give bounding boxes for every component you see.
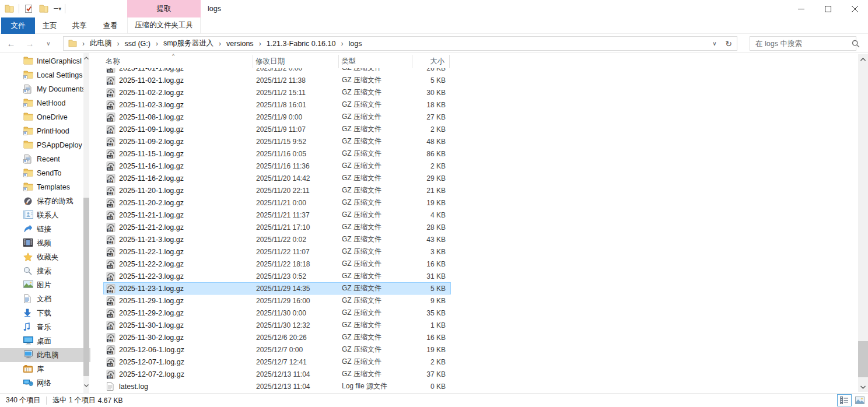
- file-row[interactable]: GZ2025-11-20-1.log.gz2025/11/20 22:11GZ …: [103, 184, 451, 197]
- tab-view[interactable]: 查看: [94, 17, 126, 34]
- sidebar-item[interactable]: 下载: [0, 306, 90, 320]
- file-row[interactable]: GZ2025-11-21-3.log.gz2025/11/22 0:02GZ 压…: [103, 233, 451, 245]
- address-dropdown-icon[interactable]: ∨: [709, 37, 720, 50]
- minimize-button[interactable]: [788, 0, 814, 17]
- sidebar-item[interactable]: OneDrive: [0, 110, 90, 124]
- file-date-modified: 2025/11/21 0:00: [254, 199, 340, 207]
- sidebar-scroll-thumb[interactable]: [83, 198, 89, 376]
- file-row[interactable]: GZ2025-11-16-2.log.gz2025/11/20 14:42GZ …: [103, 172, 451, 184]
- refresh-icon[interactable]: ↻: [723, 37, 734, 50]
- sidebar-item[interactable]: 文档: [0, 292, 90, 306]
- list-scrollbar[interactable]: [858, 54, 868, 392]
- folder-icon[interactable]: [4, 2, 15, 15]
- sidebar-item[interactable]: Templates: [0, 180, 90, 194]
- sidebar-item[interactable]: 保存的游戏: [0, 194, 90, 208]
- file-row[interactable]: GZ2025-12-07-2.log.gz2025/12/13 11:04GZ …: [103, 368, 451, 380]
- file-row[interactable]: GZ2025-11-21-2.log.gz2025/11/21 17:10GZ …: [103, 221, 451, 233]
- tab-extract[interactable]: 提取: [127, 0, 201, 17]
- file-row[interactable]: GZ2025-11-30-2.log.gz2025/12/6 20:26GZ 压…: [103, 331, 451, 343]
- sidebar-item[interactable]: 视频: [0, 236, 90, 250]
- address-bar[interactable]: ›此电脑›ssd (G:)›smp服务器进入›versions›1.21.3-F…: [63, 36, 737, 51]
- scroll-up-icon[interactable]: [858, 54, 868, 64]
- file-row[interactable]: GZ2025-11-22-2.log.gz2025/11/22 18:18GZ …: [103, 258, 451, 270]
- svg-text:GZ: GZ: [108, 216, 113, 219]
- recent-locations-dropdown-icon[interactable]: ∨: [42, 40, 55, 47]
- forward-button[interactable]: →: [23, 38, 36, 48]
- scroll-up-icon[interactable]: [83, 54, 89, 61]
- file-row[interactable]: GZ2025-11-15-1.log.gz2025/11/16 0:05GZ 压…: [103, 148, 451, 160]
- breadcrumb-item[interactable]: 1.21.3-Fabric 0.16.10: [267, 40, 336, 48]
- close-button[interactable]: [841, 0, 868, 17]
- sidebar-item[interactable]: 音乐: [0, 320, 90, 334]
- file-row[interactable]: GZ2025-11-30-1.log.gz2025/11/30 12:32GZ …: [103, 319, 451, 331]
- breadcrumb-item[interactable]: logs: [348, 40, 362, 48]
- sidebar-item[interactable]: SendTo: [0, 166, 90, 180]
- sidebar-item[interactable]: My Documents: [0, 82, 90, 96]
- file-row[interactable]: GZ2025-11-29-1.log.gz2025/11/29 16:00GZ …: [103, 294, 451, 307]
- sidebar-item[interactable]: Recent: [0, 152, 90, 166]
- back-button[interactable]: ←: [5, 38, 18, 48]
- file-row[interactable]: GZ2025-12-06-1.log.gz2025/12/7 0:00GZ 压缩…: [103, 343, 451, 356]
- tab-compressed-folder-tools[interactable]: 压缩的文件夹工具: [127, 17, 201, 34]
- file-row[interactable]: GZ2025-11-23-1.log.gz2025/11/29 14:35GZ …: [103, 282, 451, 294]
- gz-archive-file-icon: GZ: [106, 272, 116, 281]
- sidebar-item[interactable]: PSAppDeploy: [0, 138, 90, 152]
- file-row[interactable]: GZ2025-11-22-1.log.gz2025/11/22 11:07GZ …: [103, 245, 451, 258]
- properties-check-icon[interactable]: [23, 2, 34, 15]
- breadcrumb-item[interactable]: versions: [226, 40, 254, 48]
- thumbnail-view-button[interactable]: [852, 394, 867, 406]
- file-date-modified: 2025/11/23 0:52: [254, 272, 340, 280]
- list-scroll-thumb[interactable]: [858, 341, 868, 377]
- file-row[interactable]: GZ2025-11-20-2.log.gz2025/11/21 0:00GZ 压…: [103, 197, 451, 209]
- sidebar-item[interactable]: 收藏夹: [0, 250, 90, 264]
- sidebar-item[interactable]: 图片: [0, 278, 90, 292]
- sidebar-item[interactable]: 联系人: [0, 208, 90, 222]
- search-icon[interactable]: [852, 40, 860, 48]
- tab-share[interactable]: 共享: [64, 17, 94, 34]
- sidebar-item[interactable]: 搜索: [0, 264, 90, 278]
- scroll-down-icon[interactable]: [83, 382, 89, 389]
- breadcrumb-item[interactable]: ssd (G:): [125, 40, 150, 48]
- sidebar-item[interactable]: PrintHood: [0, 124, 90, 138]
- file-row[interactable]: GZ2025-11-02-3.log.gz2025/11/8 16:01GZ 压…: [103, 99, 451, 111]
- sidebar-item[interactable]: Local Settings: [0, 68, 90, 82]
- column-header-size[interactable]: 大小: [412, 55, 450, 68]
- folder-shortcut-icon: [23, 71, 33, 80]
- file-row[interactable]: GZ2025-11-16-1.log.gz2025/11/16 11:36GZ …: [103, 160, 451, 172]
- maximize-button[interactable]: [814, 0, 841, 17]
- search-input[interactable]: [750, 40, 852, 48]
- sidebar-item[interactable]: 桌面: [0, 334, 90, 348]
- sidebar-item[interactable]: IntelGraphicsI: [0, 54, 90, 68]
- file-row[interactable]: GZ2025-11-08-1.log.gz2025/11/9 0:00GZ 压缩…: [103, 111, 451, 123]
- new-folder-icon[interactable]: [38, 2, 50, 15]
- file-row[interactable]: latest.log2025/12/13 11:04Log file 源文件0 …: [103, 380, 451, 392]
- sidebar-scrollbar[interactable]: [83, 53, 89, 393]
- file-row[interactable]: GZ2025-12-07-1.log.gz2025/12/7 12:41GZ 压…: [103, 356, 451, 368]
- sidebar-item[interactable]: 网络: [0, 376, 90, 390]
- file-row[interactable]: GZ2025-11-29-2.log.gz2025/11/30 0:00GZ 压…: [103, 307, 451, 319]
- file-row[interactable]: GZ2025-11-09-1.log.gz2025/11/9 11:07GZ 压…: [103, 123, 451, 135]
- sidebar-item[interactable]: 库: [0, 362, 90, 376]
- tab-file[interactable]: 文件: [1, 17, 35, 34]
- column-header-date[interactable]: 修改日期: [253, 55, 339, 68]
- scroll-down-icon[interactable]: [858, 382, 868, 392]
- breadcrumb-item[interactable]: 此电脑: [90, 38, 112, 48]
- file-row[interactable]: GZ2025-11-22-3.log.gz2025/11/23 0:52GZ 压…: [103, 270, 451, 282]
- file-name: 2025-11-20-2.log.gz: [119, 199, 184, 207]
- details-view-button[interactable]: [837, 394, 852, 406]
- tab-home[interactable]: 主页: [35, 17, 64, 34]
- file-row[interactable]: GZ2025-11-21-1.log.gz2025/11/21 11:37GZ …: [103, 209, 451, 221]
- music-icon: [23, 322, 33, 332]
- file-size: 2 KB: [413, 125, 450, 134]
- breadcrumb-item[interactable]: smp服务器进入: [163, 38, 214, 48]
- file-row[interactable]: GZ2025-11-02-2.log.gz2025/11/2 15:11GZ 压…: [103, 86, 451, 99]
- file-row[interactable]: GZ2025-11-01-1.log.gz2025/11/2 0:00GZ 压缩…: [103, 68, 451, 74]
- sidebar-item[interactable]: 此电脑: [0, 348, 90, 362]
- column-header-name[interactable]: 名称 ^: [103, 55, 253, 68]
- customize-dropdown-icon[interactable]: ▾: [53, 2, 61, 15]
- sidebar-item[interactable]: NetHood: [0, 96, 90, 110]
- sidebar-item[interactable]: 链接: [0, 222, 90, 236]
- file-row[interactable]: GZ2025-11-09-2.log.gz2025/11/15 9:52GZ 压…: [103, 135, 451, 148]
- file-row[interactable]: GZ2025-11-02-1.log.gz2025/11/2 11:38GZ 压…: [103, 74, 451, 86]
- column-header-type[interactable]: 类型: [339, 55, 412, 68]
